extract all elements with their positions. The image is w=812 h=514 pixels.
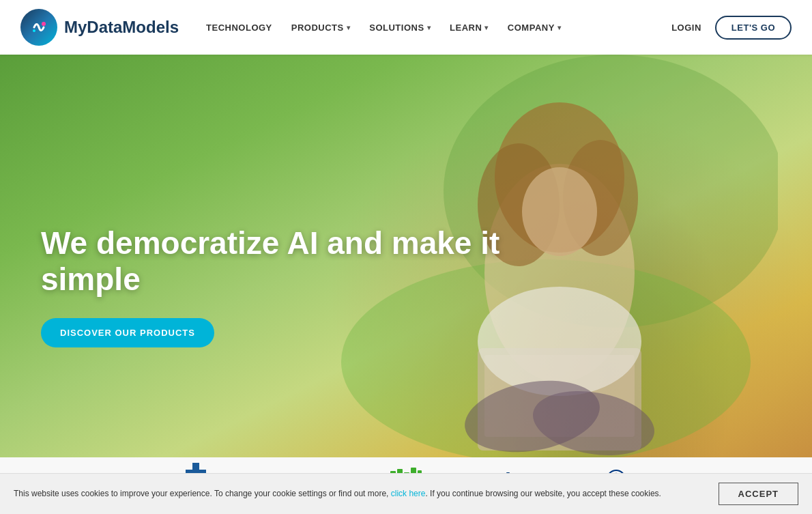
site-name: MyDataModels [64, 18, 179, 37]
logo-icon [20, 9, 57, 46]
logo-area[interactable]: MyDataModels [20, 9, 179, 46]
discover-products-button[interactable]: DISCOVER OUR PRODUCTS [41, 318, 214, 347]
svg-point-8 [522, 167, 597, 256]
svg-point-0 [42, 22, 46, 26]
nav-learn[interactable]: LEARN ▾ [450, 23, 489, 33]
header-actions: LOGIN LET'S GO [671, 16, 792, 40]
hero-content: We democratize AI and make it simple DIS… [41, 225, 519, 347]
cookie-accept-button[interactable]: ACCEPT [719, 483, 798, 505]
cookie-bar: This website uses cookies to improve you… [0, 473, 812, 514]
login-button[interactable]: LOGIN [671, 23, 701, 33]
hero-section: We democratize AI and make it simple DIS… [0, 55, 812, 457]
nav-company[interactable]: COMPANY ▾ [508, 23, 561, 33]
site-header: MyDataModels TECHNOLOGY PRODUCTS ▾ SOLUT… [0, 0, 812, 55]
chevron-down-icon: ▾ [427, 24, 431, 31]
nav-technology[interactable]: TECHNOLOGY [206, 23, 272, 33]
svg-point-1 [33, 29, 35, 32]
main-nav: TECHNOLOGY PRODUCTS ▾ SOLUTIONS ▾ LEARN … [206, 23, 671, 33]
hero-title: We democratize AI and make it simple [41, 225, 519, 298]
nav-products[interactable]: PRODUCTS ▾ [291, 23, 350, 33]
chevron-down-icon: ▾ [347, 24, 351, 31]
lets-go-button[interactable]: LET'S GO [715, 16, 792, 40]
chevron-down-icon: ▾ [484, 24, 489, 31]
cookie-link[interactable]: click here [391, 489, 426, 498]
cookie-text: This website uses cookies to improve you… [14, 488, 705, 500]
nav-solutions[interactable]: SOLUTIONS ▾ [369, 23, 431, 33]
chevron-down-icon: ▾ [557, 24, 562, 31]
